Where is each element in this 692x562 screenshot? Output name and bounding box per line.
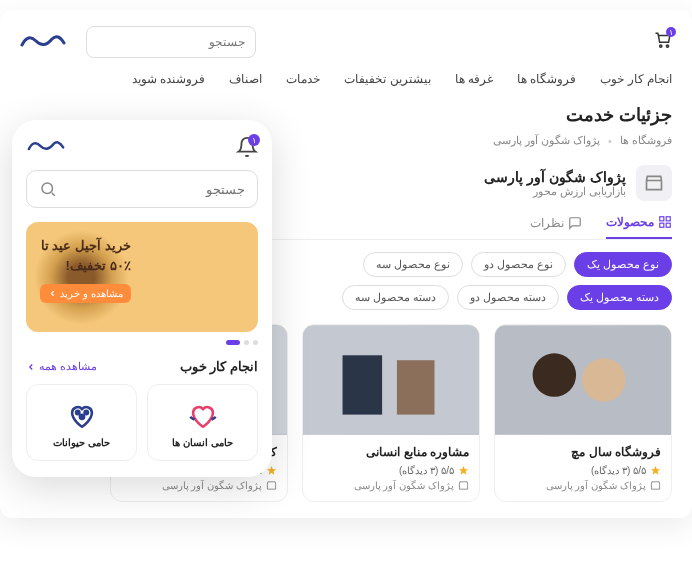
tab-label: محصولات [606,215,654,229]
product-card[interactable]: مشاوره منابع انسانی ۵/۵ (۳ دیدگاه) پژواک… [302,324,480,502]
banner-title: خرید آجیل عید تا ۵۰٪ تخفیف! [40,236,131,275]
product-rating: ۵/۵ (۳ دیدگاه) [313,465,469,476]
category-grid: حامی انسان ها حامی حیوانات [26,384,258,461]
svg-rect-12 [397,360,435,414]
svg-rect-5 [660,223,664,227]
pill[interactable]: دسته محصول سه [342,285,449,310]
category-label: حامی انسان ها [154,437,251,448]
product-image [495,325,671,435]
section-title: انجام کار خوب [180,359,258,374]
category-card-animals[interactable]: حامی حیوانات [26,384,137,461]
product-store: پژواک شگون آور پارسی [313,480,469,491]
dot[interactable] [253,340,258,345]
section-header: انجام کار خوب مشاهده همه [26,359,258,374]
mobile-search-input[interactable] [65,182,245,197]
search-box[interactable] [86,26,256,58]
pill[interactable]: نوع محصول یک [574,252,672,277]
svg-point-18 [84,411,87,414]
product-title: فروشگاه سال مچ [505,445,661,459]
mobile-top-bar: ۱ [26,136,258,158]
product-store: پژواک شگون آور پارسی [505,480,661,491]
product-store: پژواک شگون آور پارسی [121,480,277,491]
promo-banner[interactable]: خرید آجیل عید تا ۵۰٪ تخفیف! مشاهده و خری… [26,222,258,332]
svg-rect-11 [343,355,383,414]
hands-heart-icon [186,397,220,431]
svg-point-8 [533,353,577,397]
dot-active[interactable] [226,340,240,345]
top-bar: ۱ [20,26,672,58]
svg-point-1 [666,45,668,47]
rating-text: ۵/۵ (۳ دیدگاه) [591,465,646,476]
svg-point-16 [42,183,53,194]
pill[interactable]: نوع محصول سه [363,252,463,277]
svg-point-9 [582,358,626,402]
svg-rect-10 [303,326,479,435]
store-text: پژواک شگون آور پارسی [162,480,262,491]
product-card[interactable]: فروشگاه سال مچ ۵/۵ (۳ دیدگاه) پژواک شگون… [494,324,672,502]
nav-item[interactable]: بیشترین تخفیفات [344,72,430,86]
view-all-link[interactable]: مشاهده همه [26,360,97,373]
nav-item[interactable]: فروشگاه ها [517,72,576,86]
mobile-search-box[interactable] [26,170,258,208]
svg-rect-6 [666,223,670,227]
store-name: پژواک شگون آور پارسی [484,169,626,185]
product-title: مشاوره منابع انسانی [313,445,469,459]
product-image [303,325,479,435]
dot[interactable] [244,340,249,345]
category-card-humans[interactable]: حامی انسان ها [147,384,258,461]
nav-item[interactable]: انجام کار خوب [600,72,672,86]
category-label: حامی حیوانات [33,437,130,448]
carousel-dots [26,340,258,345]
svg-point-17 [76,411,79,414]
star-icon [650,465,661,476]
banner-cta-label: مشاهده و خرید [60,288,123,299]
store-icon [644,173,664,193]
svg-point-19 [79,415,83,419]
store-small-icon [458,480,469,491]
store-text: پژواک شگون آور پارسی [354,480,454,491]
logo[interactable] [20,29,66,56]
arrow-left-icon [48,289,57,298]
star-icon [458,465,469,476]
chat-icon [568,216,582,230]
rating-text: ۵/۵ (۳ دیدگاه) [399,465,454,476]
nav-item[interactable]: اصناف [229,72,262,86]
store-tagline: بازاریابی ارزش محور [484,185,626,198]
store-small-icon [266,480,277,491]
notification-badge: ۱ [248,134,260,146]
tab-label: نظرات [530,216,564,230]
view-all-label: مشاهده همه [39,360,97,373]
svg-point-0 [660,45,662,47]
store-small-icon [650,480,661,491]
search-input[interactable] [95,35,245,49]
cart-button[interactable]: ۱ [650,31,672,53]
store-info: پژواک شگون آور پارسی بازاریابی ارزش محور [484,169,626,198]
grid-icon [658,215,672,229]
chevron-left-icon [26,362,36,372]
main-nav: انجام کار خوب فروشگاه ها غرفه ها بیشترین… [20,72,672,86]
breadcrumb-item[interactable]: فروشگاه ها [620,134,672,147]
pill[interactable]: دسته محصول یک [567,285,672,310]
breadcrumb-separator: • [608,135,612,147]
mobile-view: ۱ خرید آجیل عید تا ۵۰٪ تخفیف! مشاهده و خ… [12,120,272,477]
logo-icon [26,136,66,154]
cart-badge: ۱ [666,27,676,37]
store-text: پژواک شگون آور پارسی [546,480,646,491]
mobile-logo[interactable] [26,136,66,158]
tab-reviews[interactable]: نظرات [530,215,582,239]
tab-products[interactable]: محصولات [606,215,672,239]
paw-heart-icon [65,397,99,431]
svg-rect-4 [666,217,670,221]
nav-item[interactable]: غرفه ها [455,72,493,86]
banner-cta-button[interactable]: مشاهده و خرید [40,284,131,303]
logo-icon [20,29,66,51]
pill[interactable]: نوع محصول دو [471,252,566,277]
svg-rect-3 [660,217,664,221]
pill[interactable]: دسته محصول دو [457,285,559,310]
search-icon [39,180,57,198]
notification-button[interactable]: ۱ [236,136,258,158]
nav-item[interactable]: فروشنده شوید [132,72,205,86]
nav-item[interactable]: خدمات [286,72,320,86]
breadcrumb-item: پژواک شگون آور پارسی [493,134,600,147]
store-avatar [636,165,672,201]
